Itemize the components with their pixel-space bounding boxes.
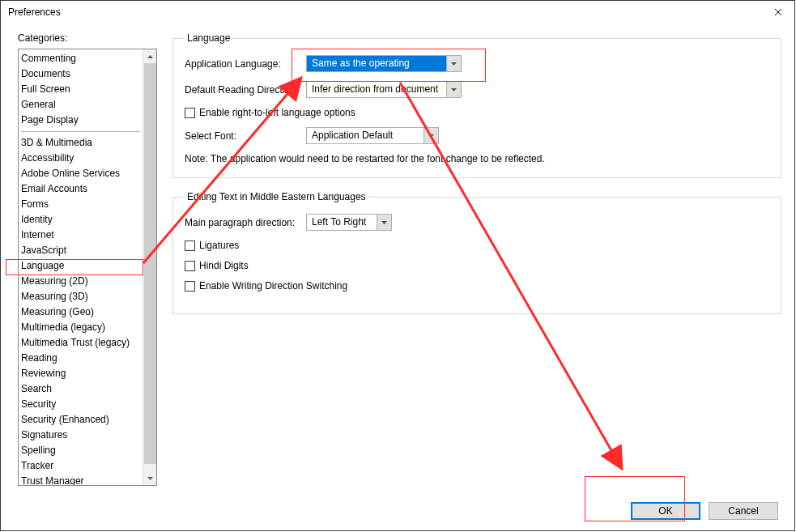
list-separator xyxy=(21,131,140,132)
chevron-down-icon xyxy=(381,221,387,224)
scroll-thumb[interactable] xyxy=(144,63,156,464)
app-language-value: Same as the operating system xyxy=(307,56,446,71)
scroll-down-arrow[interactable] xyxy=(143,471,157,485)
ok-button[interactable]: OK xyxy=(631,502,700,520)
language-group: Language Application Language: Same as t… xyxy=(172,32,781,178)
editing-legend: Editing Text in Middle Eastern Languages xyxy=(185,191,368,202)
list-item[interactable]: Spelling xyxy=(19,443,143,458)
categories-label: Categories: xyxy=(18,32,160,44)
list-item[interactable]: Measuring (3D) xyxy=(19,289,143,304)
list-item[interactable]: Measuring (2D) xyxy=(19,274,143,289)
editing-group: Editing Text in Middle Eastern Languages… xyxy=(172,191,781,314)
writing-direction-switching-label: Enable Writing Direction Switching xyxy=(199,280,347,292)
app-language-label: Application Language: xyxy=(185,58,306,70)
list-item[interactable]: Reviewing xyxy=(19,366,143,381)
close-icon xyxy=(774,8,782,16)
window-title: Preferences xyxy=(8,6,61,18)
combo-dropdown-button[interactable] xyxy=(446,82,460,97)
combo-dropdown-button[interactable] xyxy=(446,56,460,71)
list-item[interactable]: Multimedia Trust (legacy) xyxy=(19,335,143,351)
list-item[interactable]: Identity xyxy=(19,212,143,228)
chevron-down-icon xyxy=(451,62,457,66)
list-item[interactable]: Reading xyxy=(19,351,143,366)
list-item[interactable]: Full Screen xyxy=(19,82,143,97)
list-item[interactable]: Commenting xyxy=(19,51,143,66)
ligatures-checkbox[interactable] xyxy=(185,240,195,251)
list-item[interactable]: Email Accounts xyxy=(19,181,143,197)
rtl-options-checkbox[interactable] xyxy=(185,108,195,118)
select-font-combo[interactable]: Application Default xyxy=(306,127,439,144)
font-restart-note: Note: The application would need to be r… xyxy=(185,153,769,164)
select-font-value: Application Default xyxy=(307,128,424,143)
chevron-up-icon xyxy=(147,55,153,58)
paragraph-direction-combo[interactable]: Left To Right xyxy=(306,214,392,231)
list-item[interactable]: Security (Enhanced) xyxy=(19,412,143,428)
chevron-down-icon xyxy=(428,134,434,138)
close-button[interactable] xyxy=(760,0,796,24)
app-language-combo[interactable]: Same as the operating system xyxy=(306,55,462,72)
rtl-options-label: Enable right-to-left language options xyxy=(199,107,355,118)
writing-direction-switching-checkbox[interactable] xyxy=(185,281,195,292)
hindi-digits-checkbox[interactable] xyxy=(185,261,195,271)
list-item[interactable]: Search xyxy=(19,381,143,397)
list-item[interactable]: Forms xyxy=(19,197,143,212)
list-item[interactable]: Accessibility xyxy=(19,151,143,166)
chevron-down-icon xyxy=(147,477,153,480)
cancel-button[interactable]: Cancel xyxy=(709,502,778,520)
chevron-down-icon xyxy=(451,88,457,92)
list-item[interactable]: Adobe Online Services xyxy=(19,166,143,181)
list-item[interactable]: Multimedia (legacy) xyxy=(19,320,143,335)
titlebar: Preferences xyxy=(0,0,796,24)
list-item[interactable]: Trust Manager xyxy=(19,474,143,486)
list-item[interactable]: Internet xyxy=(19,228,143,243)
paragraph-direction-label: Main paragraph direction: xyxy=(185,217,306,228)
ligatures-label: Ligatures xyxy=(199,240,239,251)
reading-direction-value: Infer direction from document xyxy=(307,82,446,97)
list-item[interactable]: Page Display xyxy=(19,113,143,128)
list-item[interactable]: Security xyxy=(19,397,143,412)
list-item[interactable]: Signatures xyxy=(19,428,143,443)
reading-direction-combo[interactable]: Infer direction from document xyxy=(306,81,462,98)
list-item[interactable]: General xyxy=(19,97,143,113)
combo-dropdown-button[interactable] xyxy=(377,215,390,230)
list-item-language[interactable]: Language xyxy=(19,258,143,274)
combo-dropdown-button[interactable] xyxy=(424,128,437,143)
hindi-digits-label: Hindi Digits xyxy=(199,260,249,271)
list-item[interactable]: 3D & Multimedia xyxy=(19,135,143,151)
paragraph-direction-value: Left To Right xyxy=(307,215,377,230)
list-item[interactable]: Tracker xyxy=(19,458,143,474)
list-item[interactable]: Documents xyxy=(19,66,143,82)
scroll-up-arrow[interactable] xyxy=(143,49,157,63)
select-font-label: Select Font: xyxy=(185,130,306,142)
listbox-scrollbar[interactable] xyxy=(143,49,156,485)
list-item[interactable]: JavaScript xyxy=(19,243,143,258)
language-legend: Language xyxy=(185,32,232,44)
list-item[interactable]: Measuring (Geo) xyxy=(19,304,143,320)
reading-direction-label: Default Reading Direction: xyxy=(185,84,306,96)
categories-listbox[interactable]: Commenting Documents Full Screen General… xyxy=(18,49,157,486)
